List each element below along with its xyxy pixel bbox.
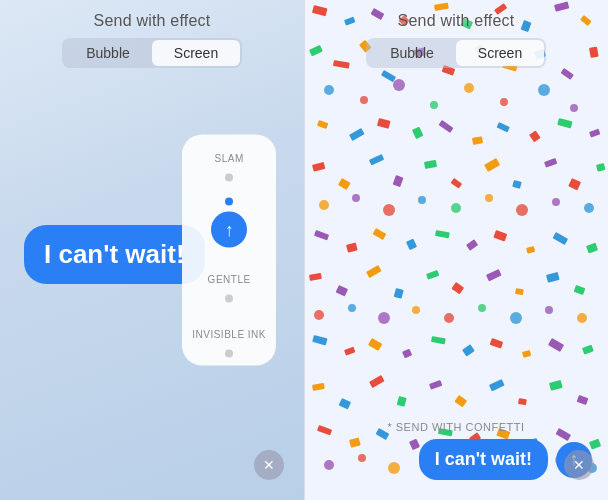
right-message-bubble: I can't wait!: [419, 439, 548, 480]
svg-rect-103: [454, 395, 467, 407]
svg-rect-66: [526, 246, 535, 254]
svg-rect-74: [451, 282, 464, 294]
svg-rect-106: [549, 380, 563, 391]
effect-slam-label[interactable]: SLAM: [215, 143, 244, 174]
right-tab-screen[interactable]: Screen: [456, 40, 544, 66]
svg-rect-104: [489, 379, 505, 391]
svg-point-24: [430, 101, 438, 109]
svg-rect-98: [312, 383, 325, 391]
right-title: Send with effect: [398, 12, 515, 30]
svg-point-53: [418, 196, 426, 204]
svg-rect-42: [393, 175, 404, 187]
svg-point-56: [516, 204, 528, 216]
svg-rect-38: [589, 129, 600, 138]
svg-point-79: [314, 310, 324, 320]
right-message-row: I can't wait! ↑: [320, 439, 592, 480]
effects-list: SLAM ↑ GENTLE INVISIBLE INK: [182, 135, 276, 366]
left-tab-screen[interactable]: Screen: [152, 40, 240, 66]
svg-rect-97: [582, 345, 594, 355]
svg-point-82: [412, 306, 420, 314]
left-tab-bar: Bubble Screen: [62, 38, 242, 68]
svg-rect-92: [431, 336, 446, 344]
svg-rect-71: [366, 265, 382, 278]
svg-rect-94: [490, 338, 504, 349]
svg-point-52: [383, 204, 395, 216]
right-tab-bar: Bubble Screen: [366, 38, 546, 68]
svg-rect-65: [493, 230, 507, 242]
svg-rect-88: [312, 335, 327, 345]
svg-rect-49: [596, 163, 606, 172]
svg-rect-95: [522, 350, 531, 358]
left-message-bubble: I can't wait!: [24, 225, 205, 284]
svg-rect-33: [439, 120, 454, 133]
svg-rect-90: [368, 338, 382, 351]
svg-rect-19: [561, 68, 574, 80]
left-close-button[interactable]: ✕: [254, 450, 284, 480]
effect-gentle-label[interactable]: GENTLE: [208, 264, 251, 295]
svg-rect-46: [512, 180, 522, 189]
svg-point-83: [444, 313, 454, 323]
right-overlay: Send with effect Bubble Screen: [304, 0, 608, 68]
svg-rect-67: [553, 232, 569, 245]
svg-point-87: [577, 313, 587, 323]
effect-selected-dot[interactable]: [225, 198, 233, 206]
svg-point-81: [378, 312, 390, 324]
svg-point-51: [352, 194, 360, 202]
svg-rect-99: [339, 398, 351, 409]
svg-point-25: [464, 83, 474, 93]
svg-rect-37: [557, 118, 572, 128]
svg-rect-40: [338, 178, 351, 190]
svg-rect-73: [426, 270, 439, 280]
svg-rect-101: [397, 396, 407, 407]
svg-point-23: [393, 79, 405, 91]
left-send-button[interactable]: ↑: [211, 212, 247, 248]
svg-rect-61: [373, 228, 387, 240]
svg-rect-76: [515, 288, 524, 295]
svg-rect-34: [472, 136, 483, 145]
svg-rect-89: [344, 347, 355, 356]
svg-rect-36: [529, 130, 541, 142]
svg-rect-100: [369, 375, 385, 388]
svg-rect-69: [309, 273, 322, 281]
svg-rect-64: [466, 239, 478, 250]
svg-rect-29: [317, 120, 328, 129]
left-send-icon: ↑: [225, 221, 234, 239]
svg-rect-93: [462, 344, 475, 356]
left-tab-bubble[interactable]: Bubble: [64, 40, 152, 66]
effect-ink-label[interactable]: INVISIBLE INK: [192, 319, 266, 350]
svg-rect-41: [369, 154, 384, 165]
svg-rect-44: [451, 178, 463, 189]
svg-point-80: [348, 304, 356, 312]
svg-rect-68: [586, 243, 598, 254]
svg-rect-45: [484, 158, 500, 172]
svg-point-22: [360, 96, 368, 104]
right-close-button[interactable]: ✕: [564, 450, 594, 480]
svg-rect-72: [394, 288, 404, 299]
effect-slam-dot[interactable]: [225, 174, 233, 182]
svg-point-28: [570, 104, 578, 112]
left-title: Send with effect: [94, 12, 211, 30]
svg-rect-32: [412, 127, 423, 139]
svg-point-86: [545, 306, 553, 314]
svg-rect-31: [377, 118, 391, 129]
left-panel: Send with effect Bubble Screen I can't w…: [0, 0, 304, 500]
svg-rect-96: [548, 338, 564, 352]
svg-rect-47: [544, 158, 557, 168]
effect-ink-dot[interactable]: [225, 350, 233, 358]
svg-rect-35: [496, 122, 509, 133]
right-bottom-area: * SEND WITH CONFETTI I can't wait! ↑: [304, 421, 608, 500]
svg-rect-39: [312, 162, 325, 172]
effect-gentle-dot[interactable]: [225, 295, 233, 303]
svg-point-54: [451, 203, 461, 213]
right-close-icon: ✕: [573, 457, 585, 473]
right-tab-bubble[interactable]: Bubble: [368, 40, 456, 66]
svg-point-21: [324, 85, 334, 95]
svg-rect-13: [381, 70, 396, 82]
svg-rect-77: [546, 272, 560, 283]
svg-rect-62: [406, 239, 417, 251]
svg-rect-30: [349, 128, 365, 141]
send-with-confetti-label: * SEND WITH CONFETTI: [320, 421, 592, 433]
svg-point-85: [510, 312, 522, 324]
svg-rect-48: [568, 178, 581, 190]
left-close-icon: ✕: [263, 457, 275, 473]
